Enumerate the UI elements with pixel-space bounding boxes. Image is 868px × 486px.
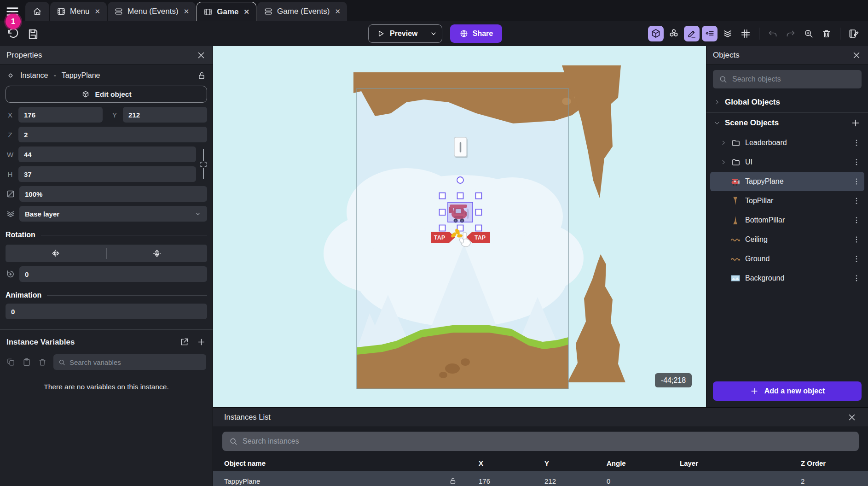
- object-item-ceiling[interactable]: Ceiling: [710, 230, 864, 249]
- tab-home[interactable]: [25, 2, 49, 21]
- tab-close-icon[interactable]: ✕: [243, 8, 249, 16]
- scene-objects-group[interactable]: Scene Objects: [706, 113, 868, 133]
- width-field[interactable]: 44: [18, 146, 196, 162]
- edit-mode-button[interactable]: [684, 26, 700, 41]
- delete-button[interactable]: [819, 26, 834, 41]
- lock-open-icon[interactable]: [449, 477, 457, 485]
- edit-scene-properties-button[interactable]: [846, 26, 862, 41]
- tab-menu-scene[interactable]: Menu ✕: [50, 2, 107, 21]
- toggle-3d-view-button[interactable]: [648, 26, 664, 41]
- instances-search-input[interactable]: [243, 437, 852, 445]
- flip-vertical-icon: [152, 248, 162, 258]
- open-variables-editor-button[interactable]: [179, 337, 189, 347]
- object-label: Leaderboard: [745, 139, 787, 147]
- close-objects-button[interactable]: [851, 50, 862, 60]
- flip-toolbar: [6, 245, 207, 262]
- lock-instance-button[interactable]: [197, 71, 206, 80]
- object-item-tappyplane[interactable]: TappyPlane: [710, 172, 864, 191]
- delete-variable-button[interactable]: [38, 357, 47, 367]
- cube-3d-icon: [650, 28, 661, 39]
- tab-menu-events[interactable]: Menu (Events) ✕: [108, 2, 196, 21]
- redo-button[interactable]: [783, 26, 799, 41]
- scene-edit-icon: [848, 28, 859, 39]
- rotation-handle[interactable]: [457, 177, 463, 183]
- history-button[interactable]: [6, 28, 19, 41]
- kebab-menu-icon[interactable]: [852, 139, 861, 147]
- z-label: Z: [6, 131, 15, 139]
- add-object-quick-button[interactable]: [851, 118, 861, 128]
- kebab-menu-icon[interactable]: [852, 177, 861, 186]
- variables-search-input[interactable]: [69, 358, 202, 366]
- flip-vertical-button[interactable]: [107, 248, 208, 258]
- animation-field[interactable]: 0: [6, 304, 207, 319]
- rotation-field[interactable]: 0: [19, 266, 207, 282]
- object-item-ground[interactable]: Ground: [710, 249, 864, 269]
- kebab-menu-icon[interactable]: [852, 274, 861, 282]
- top-pillar-sprite[interactable]: [562, 65, 621, 198]
- flip-horizontal-button[interactable]: [6, 248, 106, 258]
- z-field[interactable]: 2: [18, 127, 207, 142]
- opacity-field[interactable]: 100%: [19, 186, 207, 202]
- tab-label: Game: [217, 7, 238, 17]
- share-button[interactable]: Share: [450, 24, 502, 43]
- objects-search[interactable]: [713, 70, 862, 88]
- layers-panel-button[interactable]: [720, 26, 735, 41]
- animation-title: Animation: [6, 291, 41, 299]
- kebab-menu-icon[interactable]: [852, 216, 861, 224]
- variables-search[interactable]: [53, 354, 206, 370]
- tap-key-graphic[interactable]: [454, 137, 468, 158]
- chevron-right-icon: [720, 140, 727, 146]
- grid-button[interactable]: [738, 26, 753, 41]
- redo-icon: [785, 28, 796, 39]
- edit-object-button[interactable]: Edit object: [6, 86, 207, 103]
- tab-close-icon[interactable]: ✕: [94, 7, 101, 16]
- instance-row-tappyplane[interactable]: TappyPlane 176 212 0 2: [213, 471, 868, 486]
- add-variable-button[interactable]: [197, 337, 206, 347]
- scene-editor-canvas[interactable]: TAP TAP -44;218: [213, 46, 706, 407]
- events-icon: [114, 7, 123, 16]
- object-folder-leaderboard[interactable]: Leaderboard: [710, 133, 864, 152]
- plane-thumbnail-icon: [730, 176, 741, 187]
- kebab-menu-icon[interactable]: [852, 235, 861, 244]
- play-icon: [376, 29, 385, 38]
- height-label: H: [6, 170, 15, 178]
- close-properties-button[interactable]: [196, 50, 206, 60]
- add-new-object-button[interactable]: Add a new object: [713, 381, 862, 401]
- zoom-button[interactable]: [801, 26, 816, 41]
- search-icon: [229, 437, 238, 446]
- object-item-bottompillar[interactable]: BottomPillar: [710, 211, 864, 230]
- layer-select[interactable]: Base layer: [19, 206, 207, 222]
- tab-close-icon[interactable]: ✕: [334, 7, 341, 16]
- objects-search-input[interactable]: [732, 75, 856, 83]
- zoom-in-icon: [804, 29, 814, 39]
- instance-name: TappyPlane: [62, 71, 100, 80]
- instances-list-button[interactable]: [702, 26, 718, 41]
- object-folder-ui[interactable]: UI: [710, 152, 864, 172]
- tab-game-scene[interactable]: Game ✕: [197, 2, 256, 21]
- height-field[interactable]: 37: [18, 166, 196, 182]
- link-width-height-toggle[interactable]: [200, 149, 207, 179]
- kebab-menu-icon[interactable]: [852, 197, 861, 205]
- rotation-section-header: Rotation: [6, 231, 207, 239]
- save-button[interactable]: [27, 28, 40, 41]
- x-field[interactable]: 176: [18, 107, 103, 123]
- preview-dropdown-button[interactable]: [425, 25, 442, 42]
- tab-close-icon[interactable]: ✕: [183, 7, 190, 16]
- close-instances-button[interactable]: [847, 412, 857, 422]
- y-field[interactable]: 212: [123, 107, 207, 123]
- object-item-background[interactable]: Background: [710, 269, 864, 288]
- diamond-icon: [6, 71, 15, 80]
- kebab-menu-icon[interactable]: [852, 158, 861, 166]
- instance-separator: -: [53, 71, 56, 80]
- game-scene-svg[interactable]: TAP TAP: [213, 46, 706, 407]
- global-objects-group[interactable]: Global Objects: [706, 92, 868, 112]
- kebab-menu-icon[interactable]: [852, 255, 861, 263]
- paste-variable-button[interactable]: [22, 357, 31, 367]
- undo-button[interactable]: [765, 26, 781, 41]
- copy-variable-button[interactable]: [6, 357, 16, 367]
- tab-game-events[interactable]: Game (Events) ✕: [257, 2, 347, 21]
- objects-list-button[interactable]: [666, 26, 682, 41]
- preview-button[interactable]: Preview: [368, 24, 442, 43]
- instances-search[interactable]: [222, 432, 859, 451]
- object-item-toppillar[interactable]: TopPillar: [710, 191, 864, 211]
